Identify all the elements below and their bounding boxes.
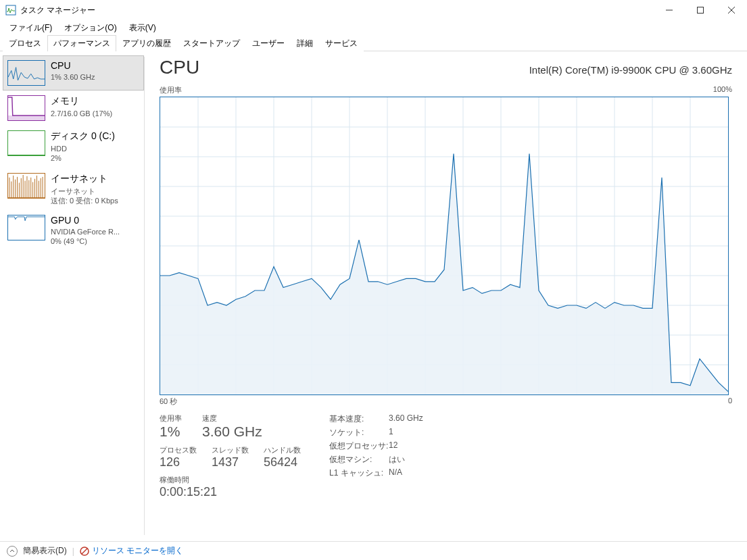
sidebar-ethernet-sub2: 送信: 0 受信: 0 Kbps <box>51 196 118 205</box>
svg-rect-2 <box>698 7 704 14</box>
titlebar: タスク マネージャー <box>0 0 747 20</box>
tab-performance[interactable]: パフォーマンス <box>47 35 116 51</box>
cpu-thumb-icon <box>7 60 45 86</box>
footer: 簡易表示(D) | リソース モニターを開く <box>0 541 747 560</box>
handles-label: ハンドル数 <box>264 445 301 455</box>
usage-label: 使用率 <box>160 413 182 424</box>
sockets-label: ソケット: <box>329 427 389 438</box>
sidebar-item-cpu[interactable]: CPU 1% 3.60 GHz <box>3 55 144 91</box>
menu-options[interactable]: オプション(O) <box>59 21 122 35</box>
l1-cache-value: N/A <box>389 467 402 479</box>
svg-rect-0 <box>6 5 16 15</box>
open-resource-monitor-link[interactable]: リソース モニターを開く <box>80 545 183 557</box>
sidebar-item-memory[interactable]: メモリ 2.7/16.0 GB (17%) <box>3 91 144 126</box>
handles-value: 56424 <box>264 455 301 469</box>
speed-value: 3.60 GHz <box>202 424 262 440</box>
menu-file[interactable]: ファイル(F) <box>4 21 57 35</box>
minimize-button[interactable] <box>654 0 685 20</box>
sidebar-item-disk[interactable]: ディスク 0 (C:) HDD 2% <box>3 126 144 168</box>
chart-label-0: 0 <box>728 397 732 407</box>
uptime-label: 稼働時間 <box>160 475 301 485</box>
sidebar-item-gpu[interactable]: GPU 0 NVIDIA GeForce R... 0% (49 °C) <box>3 210 144 251</box>
tabbar: プロセス パフォーマンス アプリの履歴 スタートアップ ユーザー 詳細 サービス <box>0 35 747 51</box>
app-icon <box>5 5 16 16</box>
chevron-up-icon[interactable] <box>7 546 18 557</box>
sockets-value: 1 <box>389 427 393 438</box>
ethernet-thumb-icon <box>7 173 45 199</box>
sidebar-disk-sub1: HDD <box>51 144 115 153</box>
processes-label: プロセス数 <box>160 445 197 455</box>
close-button[interactable] <box>716 0 747 20</box>
no-entry-icon <box>80 546 89 556</box>
svg-line-49 <box>82 549 87 554</box>
base-speed-value: 3.60 GHz <box>389 413 423 425</box>
chart-label-60s: 60 秒 <box>160 397 177 407</box>
tab-details[interactable]: 詳細 <box>291 35 319 51</box>
sidebar-gpu-name: GPU 0 <box>51 215 120 226</box>
cpu-model: Intel(R) Core(TM) i9-9900K CPU @ 3.60GHz <box>529 64 732 76</box>
virtual-processors-value: 12 <box>389 440 397 452</box>
maximize-button[interactable] <box>685 0 716 20</box>
sidebar-cpu-sub: 1% 3.60 GHz <box>51 72 95 82</box>
svg-rect-5 <box>8 116 45 121</box>
fewer-details-button[interactable]: 簡易表示(D) <box>23 545 67 557</box>
sidebar-gpu-sub2: 0% (49 °C) <box>51 236 120 246</box>
tab-app-history[interactable]: アプリの履歴 <box>116 35 177 51</box>
chart-label-100: 100% <box>713 85 732 95</box>
uptime-value: 0:00:15:21 <box>160 485 301 499</box>
disk-thumb-icon <box>7 130 45 156</box>
sidebar-ethernet-name: イーサネット <box>51 173 118 185</box>
window-controls <box>654 0 747 20</box>
tab-processes[interactable]: プロセス <box>3 35 47 51</box>
sidebar-disk-name: ディスク 0 (C:) <box>51 130 115 143</box>
main-panel: CPU Intel(R) Core(TM) i9-9900K CPU @ 3.6… <box>145 51 747 540</box>
sidebar-memory-name: メモリ <box>51 95 112 107</box>
sidebar-cpu-name: CPU <box>51 60 95 71</box>
sidebar-item-ethernet[interactable]: イーサネット イーサネット 送信: 0 受信: 0 Kbps <box>3 168 144 211</box>
threads-value: 1437 <box>212 455 249 469</box>
tab-users[interactable]: ユーザー <box>246 35 291 51</box>
gpu-thumb-icon <box>7 215 45 240</box>
sidebar-gpu-sub1: NVIDIA GeForce R... <box>51 227 120 236</box>
tab-startup[interactable]: スタートアップ <box>177 35 246 51</box>
menu-view[interactable]: 表示(V) <box>124 21 162 35</box>
memory-thumb-icon <box>7 95 45 121</box>
sidebar-disk-sub2: 2% <box>51 153 115 163</box>
sidebar-ethernet-sub1: イーサネット <box>51 186 118 196</box>
virtual-processors-label: 仮想プロセッサ: <box>329 440 389 452</box>
usage-value: 1% <box>160 424 182 440</box>
l1-cache-label: L1 キャッシュ: <box>329 467 389 479</box>
speed-label: 速度 <box>202 413 262 424</box>
window-title: タスク マネージャー <box>20 5 95 16</box>
menubar: ファイル(F) オプション(O) 表示(V) <box>0 20 747 35</box>
page-title: CPU <box>160 57 199 78</box>
sidebar-memory-sub: 2.7/16.0 GB (17%) <box>51 109 112 118</box>
virtual-machine-value: はい <box>389 454 405 465</box>
virtual-machine-label: 仮想マシン: <box>329 454 389 465</box>
chart-label-usage: 使用率 <box>160 85 182 95</box>
processes-value: 126 <box>160 455 197 469</box>
threads-label: スレッド数 <box>212 445 249 455</box>
cpu-usage-chart <box>160 97 729 395</box>
sidebar: CPU 1% 3.60 GHz メモリ 2.7/16.0 GB (17%) ディ… <box>0 51 144 540</box>
base-speed-label: 基本速度: <box>329 413 389 425</box>
tab-services[interactable]: サービス <box>319 35 364 51</box>
